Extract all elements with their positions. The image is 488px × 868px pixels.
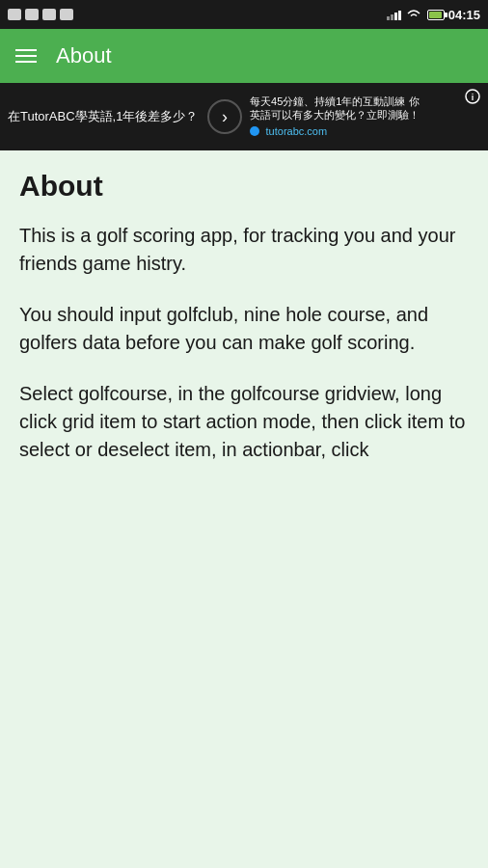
status-bar: 04:15	[0, 0, 488, 29]
ad-url-text: tutorabc.com	[266, 125, 328, 137]
toolbar: About	[0, 29, 488, 83]
svg-rect-3	[60, 9, 73, 20]
ad-left-text: 在TutorABC學英語,1年後差多少？	[8, 109, 200, 125]
ad-right-content: 每天45分鐘、持續1年的互動訓練 你 英語可以有多大的變化？立即測驗！ tuto…	[250, 95, 480, 140]
app-icon-3	[42, 9, 56, 20]
ad-url-row: tutorabc.com	[250, 122, 480, 139]
svg-text:i: i	[472, 93, 474, 102]
toolbar-title: About	[56, 43, 112, 68]
about-paragraph-2: You should input golfclub, nine hole cou…	[19, 301, 469, 357]
ad-info-icon[interactable]: i	[465, 89, 480, 108]
signal-icon	[387, 9, 402, 20]
ad-url-dot-icon	[250, 126, 259, 136]
about-paragraph-1: This is a golf scoring app, for tracking…	[19, 222, 469, 278]
main-content: About This is a golf scoring app, for tr…	[0, 150, 488, 868]
status-bar-right-icons: 04:15	[387, 8, 480, 22]
hamburger-menu-icon[interactable]	[15, 49, 37, 63]
wifi-icon	[406, 9, 421, 20]
status-time: 04:15	[448, 8, 480, 22]
battery-icon	[427, 10, 445, 20]
svg-rect-6	[394, 13, 397, 20]
svg-rect-2	[42, 9, 56, 20]
svg-rect-7	[398, 11, 401, 20]
svg-rect-0	[8, 9, 21, 20]
ad-arrow-icon: ›	[222, 107, 228, 127]
svg-rect-5	[391, 14, 393, 20]
ad-arrow-button[interactable]: ›	[207, 99, 242, 134]
about-heading: About	[19, 170, 469, 203]
ad-text-line1: 每天45分鐘、持續1年的互動訓練 你	[250, 95, 480, 108]
svg-rect-4	[387, 16, 390, 20]
app-icon-2	[25, 9, 39, 20]
app-icon-4	[60, 9, 73, 20]
about-paragraph-3: Select golfcourse, in the golfcourse gri…	[19, 380, 469, 464]
ad-chinese-text-left: 在TutorABC學英語,1年後差多少？	[8, 109, 200, 125]
status-bar-left-icons	[8, 9, 73, 20]
app-icon-1	[8, 9, 21, 20]
ad-banner[interactable]: 在TutorABC學英語,1年後差多少？ › 每天45分鐘、持續1年的互動訓練 …	[0, 83, 488, 150]
ad-text-line2: 英語可以有多大的變化？立即測驗！	[250, 108, 480, 122]
svg-rect-1	[25, 9, 39, 20]
